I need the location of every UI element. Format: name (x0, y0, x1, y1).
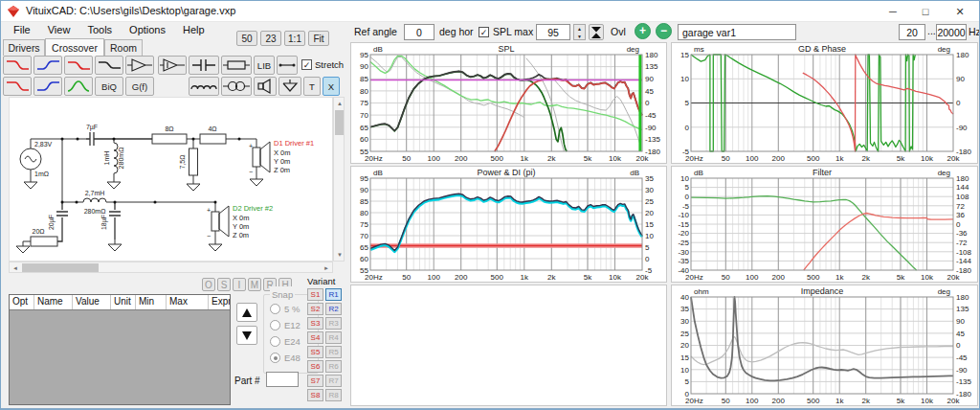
spl-max-input[interactable] (536, 24, 570, 40)
tab-crossover[interactable]: Crossover (45, 38, 104, 56)
parameter-table[interactable]: Opt Name Value Unit Min Max Expression (9, 294, 231, 405)
scroll-left-icon[interactable]: ◄ (10, 262, 21, 274)
zoom-50-button[interactable]: 50 (236, 31, 257, 46)
add-overlay-button[interactable]: + (635, 23, 651, 39)
variant-s2-button[interactable]: S2 (307, 303, 323, 315)
tab-room[interactable]: Room (104, 39, 143, 56)
snap-e12-radio[interactable] (270, 320, 280, 330)
shunt-inductor-label[interactable]: 1mH (103, 151, 110, 166)
menu-help[interactable]: Help (174, 22, 213, 39)
tool-biquad-button[interactable]: BiQ (95, 77, 123, 96)
tool-capacitor[interactable] (189, 56, 219, 75)
remove-overlay-button[interactable]: − (656, 23, 672, 39)
zoom-23-button[interactable]: 23 (260, 31, 281, 46)
maximize-button[interactable]: □ (909, 1, 942, 22)
snap-e24-radio[interactable] (270, 336, 280, 347)
snap-e48-radio[interactable] (270, 353, 280, 363)
tool-lowpass-red[interactable] (3, 56, 32, 75)
menu-file[interactable]: File (5, 22, 39, 39)
tool-lowpass2-red[interactable] (64, 56, 93, 75)
tool-lowpass3-red[interactable] (3, 77, 32, 96)
tool-resistor[interactable] (221, 56, 252, 75)
driver2-name-label[interactable]: D2 Driver #2 (233, 204, 273, 213)
move-down-button[interactable] (236, 326, 257, 345)
variant-s7-button[interactable]: S7 (307, 375, 323, 387)
zobel-cap-label[interactable]: 20µF (48, 215, 56, 230)
hscroll-thumb[interactable] (22, 263, 99, 272)
optimizer-m-button[interactable]: M (248, 278, 261, 291)
scroll-down-icon[interactable]: ▼ (334, 249, 345, 261)
tool-transfer-function-button[interactable]: G(f) (125, 77, 154, 96)
menu-view[interactable]: View (39, 22, 79, 39)
variant-r8-button[interactable]: R8 (325, 389, 342, 401)
zoom-1-1-button[interactable]: 1:1 (284, 31, 305, 46)
optimize-level-button[interactable] (589, 24, 604, 40)
snap-5pct-radio[interactable] (270, 304, 280, 314)
tool-highpass-blue[interactable] (33, 56, 62, 75)
tab-drivers[interactable]: Drivers (3, 39, 45, 56)
move-up-button[interactable] (236, 303, 257, 322)
tool-wire[interactable] (277, 56, 298, 75)
tool-ground[interactable] (278, 77, 301, 96)
variant-r5-button[interactable]: R5 (325, 346, 342, 358)
vscroll-thumb[interactable] (335, 110, 344, 135)
spl-max-checkbox[interactable]: ✓ (479, 27, 489, 37)
variant-s1-button[interactable]: S1 (307, 288, 323, 301)
optimizer-s-button[interactable]: S (217, 278, 231, 291)
freq-max-input[interactable] (936, 24, 967, 40)
shunt-inductor-res-label[interactable]: 280mΩ (118, 148, 124, 170)
ref-angle-input[interactable] (404, 24, 434, 40)
variant-s5-button[interactable]: S5 (307, 346, 323, 358)
minimize-button[interactable]: ─ (877, 1, 909, 22)
series-res1-label[interactable]: 8Ω (165, 125, 173, 132)
schematic-vscrollbar[interactable]: ▲ ▼ (333, 97, 345, 262)
variant-s4-button[interactable]: S4 (307, 331, 323, 344)
tool-bandpass-green[interactable] (64, 77, 93, 96)
menu-options[interactable]: Options (121, 22, 174, 39)
variant-r7-button[interactable]: R7 (325, 375, 342, 387)
variant-r3-button[interactable]: R3 (325, 317, 342, 330)
tool-buffer[interactable] (125, 56, 154, 75)
source-voltage-label[interactable]: 2,83V (34, 141, 53, 148)
source-impedance-label[interactable]: 1mΩ (34, 171, 49, 177)
hp-cap-label[interactable]: 7µF (86, 124, 98, 131)
stretch-checkbox[interactable]: ✓ (301, 59, 312, 70)
variant-s6-button[interactable]: S6 (307, 360, 323, 373)
zoom-fit-button[interactable]: Fit (308, 31, 329, 46)
tool-inductor[interactable] (189, 77, 219, 96)
lp-inductor-label[interactable]: 2,7mH (85, 190, 105, 196)
tool-delete-button[interactable]: X (323, 77, 340, 96)
shunt-res-label[interactable]: 7,5Ω (179, 155, 186, 170)
schematic-hscrollbar[interactable]: ◄ ► (9, 262, 333, 273)
spl-max-spinner[interactable]: ▲▼ (573, 24, 586, 40)
menu-tools[interactable]: Tools (78, 22, 121, 39)
variant-r2-button[interactable]: R2 (325, 303, 342, 315)
tool-text-button[interactable]: T (303, 77, 321, 96)
tool-transformer[interactable] (221, 77, 252, 96)
lp-shunt-cap-label[interactable]: 18µF (100, 215, 108, 230)
tool-opamp[interactable] (158, 56, 187, 75)
tool-highpass2-blue[interactable] (33, 77, 62, 96)
driver2-speaker-symbol[interactable] (212, 206, 229, 237)
part-number-input[interactable] (266, 372, 299, 387)
tool-library-button[interactable]: LIB (254, 56, 275, 75)
series-res2-label[interactable]: 4Ω (208, 125, 216, 132)
tool-speaker[interactable] (254, 77, 277, 96)
schematic-canvas[interactable]: 2,83V 1mΩ 7µF 1mH 280mΩ 8Ω 4Ω 7,5Ω 2,7mH… (9, 97, 333, 262)
variant-r4-button[interactable]: R4 (325, 331, 342, 344)
variant-s3-button[interactable]: S3 (307, 317, 323, 330)
freq-min-input[interactable] (899, 24, 925, 40)
optimizer-o-button[interactable]: O (202, 278, 215, 291)
driver1-name-label[interactable]: D1 Driver #1 (274, 139, 314, 148)
variant-s8-button[interactable]: S8 (307, 389, 323, 401)
optimizer-i-button[interactable]: I (233, 278, 246, 291)
driver1-speaker-symbol[interactable] (253, 142, 270, 172)
variant-name-input[interactable] (678, 24, 796, 40)
tool-shelf-black[interactable] (95, 56, 123, 75)
lp-inductor-res-label[interactable]: 280mΩ (84, 208, 106, 215)
zobel-res-label[interactable]: 20Ω (32, 228, 44, 235)
variant-r1-button[interactable]: R1 (325, 288, 342, 301)
variant-r6-button[interactable]: R6 (325, 360, 342, 373)
close-button[interactable]: ✕ (942, 1, 978, 22)
scroll-up-icon[interactable]: ▲ (334, 98, 345, 109)
